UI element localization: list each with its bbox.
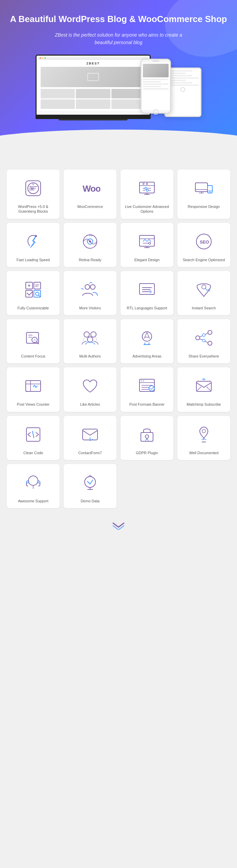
feature-advertising: Advertising Areas	[121, 319, 173, 363]
feature-documented: Well Documented	[177, 416, 230, 460]
feature-label-advertising: Advertising Areas	[132, 354, 161, 359]
features-grid: W WordPress +5.0 & Gutenberg Blocks Woo …	[7, 170, 230, 508]
svg-point-2	[32, 183, 34, 185]
chevron-down-icon[interactable]	[0, 522, 237, 531]
feature-gdpr: GDPR Plugin	[121, 416, 173, 460]
svg-rect-30	[139, 235, 154, 246]
feature-label-cleancode: Clean Code	[23, 450, 43, 455]
feature-rtl: RTL Languages Support	[121, 271, 173, 315]
bottom-chevron[interactable]	[0, 515, 237, 541]
feature-label-live-customizer: Live Customizer Advanced Options	[124, 204, 170, 214]
svg-line-77	[200, 339, 202, 340]
feature-label-rtl: RTL Languages Support	[127, 306, 167, 310]
svg-point-63	[84, 332, 89, 337]
authors-icon	[78, 326, 102, 350]
feature-postviews: Post Views Counter	[7, 367, 60, 411]
feature-label-support: Awesome Support	[18, 499, 48, 503]
svg-point-48	[85, 285, 90, 289]
feature-demodata: Demo Data	[64, 464, 116, 508]
svg-point-73	[208, 341, 212, 345]
rtl-icon	[135, 278, 159, 302]
feature-postformats: Post Formats Banner	[121, 367, 173, 411]
svg-point-72	[196, 336, 200, 340]
svg-point-49	[90, 285, 95, 289]
feature-cleancode: Clean Code	[7, 416, 60, 460]
svg-point-108	[85, 477, 95, 487]
content-focus-icon	[21, 326, 45, 350]
svg-point-24	[35, 235, 37, 237]
share-everywhere-icon	[192, 326, 216, 350]
elegant-icon	[135, 230, 159, 253]
seo-icon: SEO	[192, 230, 216, 253]
svg-rect-93	[196, 381, 211, 391]
hero-devices: ZBEST	[7, 55, 230, 120]
svg-point-88	[143, 380, 144, 382]
feature-label-woocommerce: WooCommerce	[77, 204, 103, 209]
feature-label-contactform: ContactForm7	[78, 450, 102, 455]
hero-subtitle: ZBest is the perfect solution for anyone…	[51, 31, 186, 46]
svg-point-87	[141, 380, 142, 382]
wordpress-icon: W	[21, 176, 45, 200]
svg-point-105	[26, 481, 28, 483]
svg-rect-80	[26, 381, 41, 391]
feature-customizable: Fully Customizable	[7, 271, 60, 315]
feature-label-postformats: Post Formats Banner	[129, 402, 165, 407]
feature-fast-loading: Fast Loading Speed	[7, 223, 60, 267]
feature-label-mailchimp: Mailchimp Subscribe	[187, 402, 221, 407]
svg-point-64	[91, 332, 96, 337]
svg-point-101	[202, 429, 206, 433]
svg-rect-40	[26, 290, 33, 297]
feature-woocommerce: Woo WooCommerce	[64, 170, 116, 219]
svg-rect-39	[34, 282, 41, 289]
feature-elegant: Elegant Design	[121, 223, 173, 267]
feature-live-customizer: Live Customizer Advanced Options	[121, 170, 173, 219]
hero-title: A Beautiful WordPress Blog & WooCommerce…	[7, 14, 230, 25]
feature-label-fast-loading: Fast Loading Speed	[17, 257, 50, 262]
contactform-icon	[78, 423, 102, 446]
feature-label-elegant: Elegant Design	[134, 257, 160, 262]
svg-point-92	[149, 386, 154, 391]
hero-section: A Beautiful WordPress Blog & WooCommerce…	[0, 0, 237, 156]
feature-retina: Retina Ready	[64, 223, 116, 267]
woocommerce-icon: Woo	[78, 176, 102, 200]
feature-label-retina: Retina Ready	[79, 257, 102, 262]
postviews-icon	[21, 374, 45, 398]
svg-point-74	[202, 334, 205, 336]
feature-label-authors: Multi Authors	[79, 354, 101, 359]
svg-point-99	[145, 435, 149, 438]
documented-icon	[192, 423, 216, 446]
svg-line-47	[39, 295, 40, 296]
feature-label-customizable: Fully Customizable	[18, 306, 49, 310]
demodata-icon	[78, 471, 102, 495]
svg-point-13	[145, 187, 147, 189]
retina-icon	[78, 230, 102, 253]
svg-rect-50	[139, 284, 154, 294]
svg-text:W: W	[30, 187, 34, 190]
cleancode-icon	[21, 423, 45, 446]
feature-visitors: More Visitors	[64, 271, 116, 315]
svg-point-71	[208, 330, 212, 334]
feature-content: Content Focus	[7, 319, 60, 363]
feature-responsive: Responsive Design	[177, 170, 230, 219]
support-icon	[21, 471, 45, 495]
feature-search: Instant Search	[177, 271, 230, 315]
svg-point-33	[149, 242, 151, 244]
instant-search-icon	[192, 278, 216, 302]
responsive-icon	[192, 176, 216, 200]
svg-point-14	[146, 189, 148, 191]
feature-wordpress: W WordPress +5.0 & Gutenberg Blocks	[7, 170, 60, 219]
laptop-mockup: ZBEST	[36, 55, 151, 120]
feature-authors: Multi Authors	[64, 319, 116, 363]
feature-label-postviews: Post Views Counter	[17, 402, 49, 407]
svg-rect-98	[141, 432, 153, 441]
svg-point-66	[142, 332, 152, 341]
features-section: W WordPress +5.0 & Gutenberg Blocks Woo …	[0, 156, 237, 515]
like-icon	[78, 374, 102, 398]
feature-label-documented: Well Documented	[189, 450, 219, 455]
phone-mockup	[141, 59, 171, 114]
feature-mailchimp: Mailchimp Subscribe	[177, 367, 230, 411]
gdpr-icon	[135, 423, 159, 446]
svg-point-65	[87, 337, 93, 342]
feature-label-gdpr: GDPR Plugin	[136, 450, 158, 455]
feature-label-search: Instant Search	[192, 306, 216, 310]
